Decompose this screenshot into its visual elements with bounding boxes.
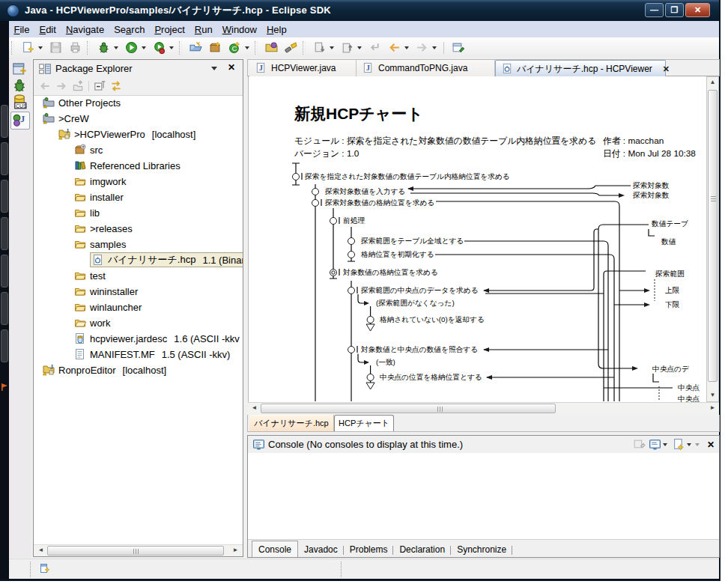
console-tab-synchronize[interactable]: Synchronize: [451, 541, 512, 557]
debug-dropdown-icon[interactable]: [113, 41, 120, 54]
menu-search[interactable]: Search: [109, 22, 150, 37]
tree-item-imgwork[interactable]: imgwork: [74, 174, 126, 189]
fast-view-button[interactable]: [1, 292, 8, 325]
new-java-project-icon[interactable]: [189, 41, 202, 54]
previous-annotation-dropdown-icon[interactable]: [357, 41, 363, 54]
run-external-tools-icon[interactable]: [153, 41, 166, 54]
tree-item-samples[interactable]: samples: [74, 237, 126, 252]
package-explorer-hscrollbar[interactable]: ◄ ►: [34, 544, 243, 556]
view-up-icon[interactable]: [71, 79, 86, 93]
tree-item-wininstaller[interactable]: wininstaller: [74, 284, 138, 299]
tree-item-ronproeditor[interactable]: JRonproEditor[localhost]: [43, 362, 166, 377]
status-new-icon[interactable]: [39, 562, 51, 576]
new-class-dropdown-icon[interactable]: [244, 41, 251, 54]
editor-tab-3[interactable]: バイナリサーチ.hcp - HCPViewer✕: [495, 60, 666, 77]
tree-item--crew[interactable]: !>CreW: [43, 111, 89, 126]
debug-perspective-icon[interactable]: [12, 78, 28, 94]
display-selected-console-icon[interactable]: [649, 438, 662, 451]
tree-item-work[interactable]: work: [74, 315, 110, 330]
java-perspective-icon[interactable]: J: [10, 112, 30, 130]
tree-item-other-projects[interactable]: !Other Projects: [43, 97, 121, 110]
next-annotation-dropdown-icon[interactable]: [329, 41, 336, 54]
collapse-all-icon[interactable]: [93, 79, 108, 93]
new-wizard-icon[interactable]: [22, 41, 34, 54]
tree-item-referenced-libraries[interactable]: Referenced Libraries: [74, 158, 181, 173]
hcp-chart-editor[interactable]: 新規HCPチャートモジュール : 探索を指定された対象数値の数値テーブル内格納位…: [248, 76, 706, 402]
open-type-icon[interactable]: [265, 41, 278, 54]
next-annotation-icon[interactable]: [313, 41, 326, 54]
fast-view-button[interactable]: [1, 142, 8, 175]
editor-tab-2[interactable]: JCommandToPNG.java: [357, 60, 495, 76]
new-class-icon[interactable]: C: [228, 41, 241, 54]
console-tab-javadoc[interactable]: Javadoc: [298, 541, 344, 557]
menu-run[interactable]: Run: [189, 22, 217, 37]
tree-item-manifest.mf[interactable]: MANIFEST.MF1.5 (ASCII -kkv): [74, 347, 230, 362]
console-tab-console[interactable]: Console: [252, 541, 298, 557]
close-view-icon[interactable]: ✕: [228, 62, 235, 73]
view-forward-icon[interactable]: [55, 79, 70, 93]
open-perspective-icon[interactable]: [12, 61, 28, 78]
scroll-right-icon[interactable]: ►: [230, 546, 241, 556]
tree-item-winlauncher[interactable]: winlauncher: [74, 299, 142, 314]
menu-help[interactable]: Help: [261, 22, 291, 37]
tree-item-lib[interactable]: lib: [74, 205, 100, 220]
editor-vscrollbar[interactable]: ▲ ▼: [706, 76, 719, 402]
open-console-dropdown-icon[interactable]: [686, 438, 693, 451]
close-button[interactable]: ✕: [685, 3, 710, 17]
minimize-button[interactable]: —: [645, 3, 664, 17]
new-java-package-icon[interactable]: [209, 41, 222, 54]
fast-view-button[interactable]: [1, 329, 8, 362]
print-icon[interactable]: [69, 41, 82, 54]
menu-navigate[interactable]: Navigate: [61, 22, 109, 37]
fast-view-button[interactable]: [1, 180, 8, 213]
tree-item--.hcp[interactable]: バイナリサーチ.hcp1.1 (Binary: [90, 252, 243, 267]
tree-item-src[interactable]: #src: [74, 142, 103, 157]
fast-view-button[interactable]: [1, 217, 8, 250]
save-icon[interactable]: [49, 41, 62, 54]
open-console-icon[interactable]: [673, 438, 686, 451]
close-tab-icon[interactable]: ✕: [663, 64, 670, 74]
new-wizard-dropdown-icon[interactable]: [37, 41, 44, 54]
console-tab-problems[interactable]: Problems: [344, 541, 394, 557]
tree-item-hcpviewer.jardesc[interactable]: hcpviewer.jardesc1.6 (ASCII -kkv: [74, 331, 240, 346]
previous-annotation-icon[interactable]: [341, 41, 354, 54]
scroll-up-icon[interactable]: ▲: [708, 78, 718, 88]
back-dropdown-icon[interactable]: [404, 41, 410, 54]
menu-window[interactable]: Window: [217, 22, 261, 37]
console-body[interactable]: [248, 453, 719, 539]
link-tree-icon[interactable]: [109, 79, 124, 93]
forward-icon[interactable]: [416, 41, 428, 54]
scroll-left-icon[interactable]: ◄: [35, 546, 46, 556]
close-view-icon[interactable]: ✕: [707, 440, 715, 450]
fast-view-button[interactable]: [1, 255, 8, 288]
run-icon[interactable]: [125, 41, 138, 54]
menu-edit[interactable]: Edit: [34, 22, 61, 37]
run-external-tools-dropdown-icon[interactable]: [169, 41, 175, 54]
forward-dropdown-icon[interactable]: [431, 41, 438, 54]
tree-item--releases[interactable]: >releases: [74, 221, 133, 236]
scroll-down-icon[interactable]: ▼: [708, 391, 718, 401]
tree-item-test[interactable]: test: [74, 268, 106, 283]
scroll-right-icon[interactable]: ►: [707, 404, 718, 413]
title-bar[interactable]: Java - HCPViewerPro/samples/バイナリサーチ.hcp …: [0, 0, 719, 21]
run-dropdown-icon[interactable]: [141, 41, 148, 54]
back-icon[interactable]: [388, 41, 401, 54]
scroll-left-icon[interactable]: ◄: [249, 404, 260, 413]
view-menu-icon[interactable]: [211, 67, 217, 73]
restore-button[interactable]: ❐: [665, 3, 684, 17]
console-tab-declaration[interactable]: Declaration: [393, 541, 451, 557]
editor-bottom-tab-1[interactable]: バイナリサーチ.hcp: [249, 415, 334, 431]
tree-item-installer[interactable]: installer: [74, 189, 124, 204]
display-selected-console-dropdown-icon[interactable]: [662, 438, 669, 451]
view-back-icon[interactable]: [38, 79, 53, 93]
menu-file[interactable]: File: [9, 22, 34, 37]
editor-bottom-tab-2[interactable]: HCPチャート: [334, 415, 394, 431]
menu-project[interactable]: Project: [150, 22, 189, 37]
cus-perspective-icon[interactable]: CUS: [12, 94, 28, 111]
last-edit-location-icon[interactable]: [368, 41, 381, 54]
debug-icon[interactable]: [97, 41, 110, 54]
tree-item--hcpviewerpro[interactable]: J>HCPViewerPro[localhost]: [58, 127, 195, 142]
view-menu-icon[interactable]: [694, 438, 701, 451]
link-with-editor-icon[interactable]: [452, 41, 464, 54]
editor-tab-1[interactable]: JHCPViewer.java: [249, 60, 357, 76]
